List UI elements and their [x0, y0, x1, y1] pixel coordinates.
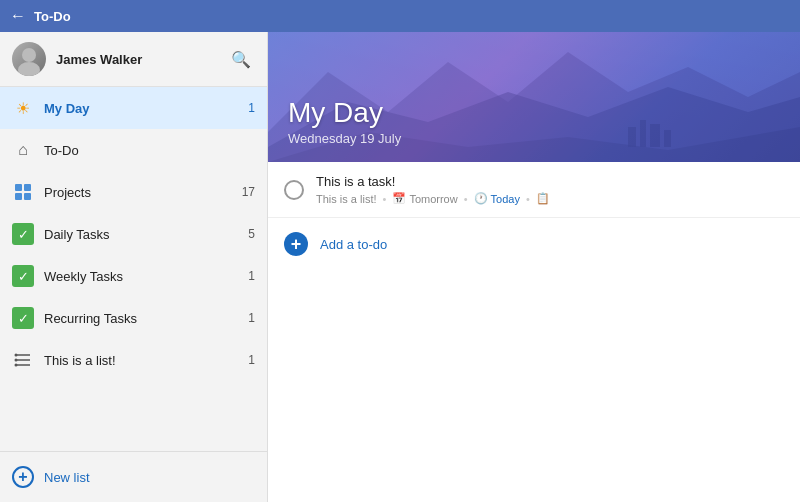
grid-icon [12, 181, 34, 203]
check-box-icon: ✓ [12, 223, 34, 245]
sidebar-item-badge: 1 [239, 311, 255, 325]
search-button[interactable]: 🔍 [227, 46, 255, 73]
sidebar-item-to-do[interactable]: ⌂ To-Do [0, 129, 267, 171]
sun-icon: ☀ [12, 97, 34, 119]
task-title: This is a task! [316, 174, 784, 189]
svg-rect-3 [24, 184, 31, 191]
sidebar-item-daily-tasks[interactable]: ✓ Daily Tasks 5 [0, 213, 267, 255]
check-box-icon: ✓ [12, 265, 34, 287]
house-icon: ⌂ [12, 139, 34, 161]
calendar-icon: 📅 [392, 192, 406, 205]
task-note-icon: 📋 [536, 192, 550, 205]
add-todo-label: Add a to-do [320, 237, 387, 252]
sidebar-item-weekly-tasks[interactable]: ✓ Weekly Tasks 1 [0, 255, 267, 297]
sidebar-item-projects[interactable]: Projects 17 [0, 171, 267, 213]
sidebar-item-badge: 1 [239, 269, 255, 283]
add-plus-icon: + [284, 232, 308, 256]
sidebar-bottom: + New list [0, 451, 267, 502]
content-header: My Day Wednesday 19 July [268, 32, 800, 162]
clock-icon: 🕐 [474, 192, 488, 205]
sidebar-item-label: Recurring Tasks [44, 311, 239, 326]
task-reminder: 🕐 Today [474, 192, 520, 205]
svg-point-0 [22, 48, 36, 62]
task-due: 📅 Tomorrow [392, 192, 457, 205]
sidebar-item-this-is-a-list[interactable]: This is a list! 1 [0, 339, 267, 381]
content-subtitle: Wednesday 19 July [288, 131, 780, 146]
add-todo-button[interactable]: + Add a to-do [268, 218, 800, 270]
title-bar: ← To-Do [0, 0, 800, 32]
user-name: James Walker [56, 52, 227, 67]
new-list-label: New list [44, 470, 90, 485]
plus-icon: + [12, 466, 34, 488]
svg-rect-5 [24, 193, 31, 200]
new-list-button[interactable]: + New list [0, 456, 267, 498]
task-content: This is a task! This is a list! • 📅 Tomo… [316, 174, 784, 205]
sidebar-item-label: This is a list! [44, 353, 239, 368]
svg-rect-2 [15, 184, 22, 191]
content-area: My Day Wednesday 19 July This is a task!… [268, 32, 800, 502]
sidebar-item-badge: 5 [239, 227, 255, 241]
sidebar-item-label: Projects [44, 185, 239, 200]
sidebar-item-badge: 1 [239, 101, 255, 115]
sidebar-item-badge: 17 [239, 185, 255, 199]
main-container: James Walker 🔍 ☀ My Day 1 ⌂ To-Do [0, 32, 800, 502]
sidebar-item-recurring-tasks[interactable]: ✓ Recurring Tasks 1 [0, 297, 267, 339]
avatar [12, 42, 46, 76]
task-meta: This is a list! • 📅 Tomorrow • 🕐 Today •… [316, 192, 784, 205]
sidebar-item-label: Daily Tasks [44, 227, 239, 242]
sidebar-item-label: Weekly Tasks [44, 269, 239, 284]
svg-rect-4 [15, 193, 22, 200]
app-title: To-Do [34, 9, 71, 24]
content-title: My Day [288, 97, 780, 129]
sidebar-item-label: To-Do [44, 143, 239, 158]
svg-point-9 [15, 354, 18, 357]
svg-point-1 [18, 62, 40, 76]
sidebar: James Walker 🔍 ☀ My Day 1 ⌂ To-Do [0, 32, 268, 502]
check-box-icon: ✓ [12, 307, 34, 329]
sidebar-nav: ☀ My Day 1 ⌂ To-Do [0, 87, 267, 451]
svg-point-10 [15, 359, 18, 362]
task-list-ref: This is a list! [316, 193, 377, 205]
list-icon [12, 349, 34, 371]
task-complete-button[interactable] [284, 180, 304, 200]
svg-point-11 [15, 364, 18, 367]
sidebar-item-label: My Day [44, 101, 239, 116]
back-button[interactable]: ← [10, 7, 26, 25]
sidebar-item-badge: 1 [239, 353, 255, 367]
sidebar-item-my-day[interactable]: ☀ My Day 1 [0, 87, 267, 129]
task-item[interactable]: This is a task! This is a list! • 📅 Tomo… [268, 162, 800, 218]
task-list-area: This is a task! This is a list! • 📅 Tomo… [268, 162, 800, 502]
sidebar-header: James Walker 🔍 [0, 32, 267, 87]
